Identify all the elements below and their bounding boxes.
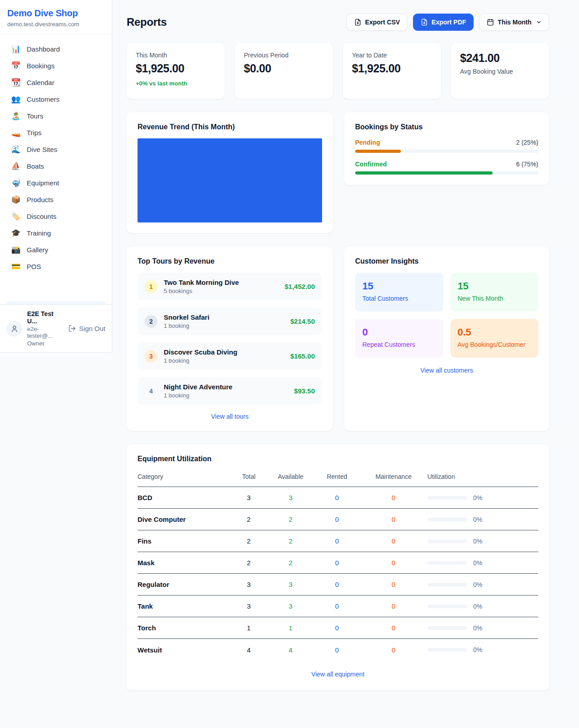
revenue-trend-card: Revenue Trend (This Month) <box>127 112 333 233</box>
equipment-category: Dive Computer <box>138 515 231 523</box>
revenue-trend-chart <box>138 138 322 222</box>
revenue-trend-title: Revenue Trend (This Month) <box>138 123 322 131</box>
sidebar: Demo Dive Shop demo.test.divestreams.com… <box>0 0 112 353</box>
insight-tile: 15 Total Customers <box>355 273 443 312</box>
sidebar-item-training[interactable]: 🎓 Training <box>5 225 106 241</box>
sidebar-item-trips[interactable]: 🚤 Trips <box>5 124 106 141</box>
equipment-utilization-cell: 0% <box>427 603 538 610</box>
status-label: Pending <box>355 139 380 146</box>
user-email: e2e-tester@... <box>27 326 64 339</box>
equipment-maintenance: 0 <box>360 646 427 654</box>
sidebar-item-label: Gallery <box>27 246 48 254</box>
sidebar-item-dashboard[interactable]: 📊 Dashboard <box>5 41 106 57</box>
utilization-percent: 0% <box>473 516 482 523</box>
tour-revenue: $93.50 <box>294 387 315 395</box>
sidebar-item-label: Dive Sites <box>27 146 57 153</box>
sidebar-item-discounts[interactable]: 🏷️ Discounts <box>5 208 106 225</box>
equipment-available: 4 <box>267 646 314 654</box>
tour-bookings-count: 1 booking <box>164 322 284 329</box>
equipment-rented: 0 <box>314 515 360 523</box>
equipment-total: 2 <box>231 515 267 523</box>
equipment-table-header: Category Total Available Rented Maintena… <box>138 469 538 487</box>
insight-tile: 0.5 Avg Bookings/Customer <box>451 319 539 358</box>
sidebar-item-label: Dashboard <box>27 45 60 53</box>
equipment-rented: 0 <box>314 537 360 545</box>
equipment-utilization-cell: 0% <box>427 516 538 523</box>
sidebar-item-bookings[interactable]: 📅 Bookings <box>5 57 106 74</box>
equipment-row: Regulator 3 3 0 0 0% <box>138 574 538 596</box>
equipment-table-body: BCD 3 3 0 0 0% Dive Computer 2 2 0 <box>138 487 538 661</box>
export-pdf-button[interactable]: Export PDF <box>413 14 474 31</box>
utilization-percent: 0% <box>473 494 482 501</box>
view-all-customers-link[interactable]: View all customers <box>355 367 538 374</box>
equipment-rented: 0 <box>314 602 360 610</box>
equipment-category: Regulator <box>138 581 231 588</box>
equipment-rented: 0 <box>314 624 360 632</box>
equipment-total: 2 <box>231 559 267 567</box>
bookings-by-status-card: Bookings by Status Pending 2 (25%) <box>344 112 549 185</box>
sidebar-nav: 📊 Dashboard 📅 Bookings 📆 Calendar 👥 Cust… <box>0 34 112 299</box>
sign-out-button[interactable]: Sign Out <box>68 325 105 332</box>
insight-value: 0.5 <box>458 326 532 338</box>
insight-value: 0 <box>362 326 436 338</box>
tour-name: Night Dive Adventure <box>164 383 288 391</box>
app-shell: Demo Dive Shop demo.test.divestreams.com… <box>0 0 579 709</box>
status-row: Pending 2 (25%) <box>355 139 538 153</box>
sidebar-item-equipment[interactable]: 🤿 Equipment <box>5 175 106 191</box>
utilization-bar-track <box>427 605 467 608</box>
equipment-available: 3 <box>267 602 314 610</box>
insight-label: New This Month <box>458 295 532 302</box>
equipment-row: Torch 1 1 0 0 0% <box>138 617 538 639</box>
sidebar-item-icon: 👥 <box>11 95 21 103</box>
sidebar-item-icon: 💳 <box>11 263 21 270</box>
utilization-percent: 0% <box>473 581 482 588</box>
sidebar-item-reports-partial[interactable] <box>5 301 106 304</box>
equipment-utilization-cell: 0% <box>427 494 538 501</box>
sidebar-item-products[interactable]: 📦 Products <box>5 191 106 208</box>
tour-info: Discover Scuba Diving 1 booking <box>164 348 284 364</box>
stat-label: Avg Booking Value <box>460 68 540 75</box>
equipment-available: 2 <box>267 537 314 545</box>
equipment-rented: 0 <box>314 559 360 567</box>
sidebar-item-customers[interactable]: 👥 Customers <box>5 91 106 108</box>
insight-label: Repeat Customers <box>362 341 436 348</box>
sidebar-item-pos[interactable]: 💳 POS <box>5 258 106 275</box>
sidebar-item-label: Equipment <box>27 179 59 187</box>
calendar-icon <box>487 19 494 26</box>
equipment-available: 3 <box>267 494 314 501</box>
equipment-utilization-title: Equipment Utilization <box>138 455 538 463</box>
sidebar-item-icon: ⛵ <box>11 162 21 170</box>
sidebar-item-icon: 📆 <box>11 79 21 86</box>
equipment-category: Wetsuit <box>138 646 231 654</box>
chevron-down-icon <box>536 19 541 25</box>
sidebar-item-boats[interactable]: ⛵ Boats <box>5 158 106 175</box>
sidebar-item-icon: 📦 <box>11 196 21 203</box>
tour-rank-badge: 2 <box>145 315 157 328</box>
utilization-percent: 0% <box>473 624 482 632</box>
export-csv-label: Export CSV <box>365 19 400 26</box>
utilization-bar-track <box>427 539 467 543</box>
equipment-utilization-cell: 0% <box>427 538 538 545</box>
utilization-bar-track <box>427 518 467 521</box>
insight-tile: 0 Repeat Customers <box>355 319 443 358</box>
utilization-bar-track <box>427 496 467 500</box>
stat-value: $241.00 <box>460 52 540 65</box>
sidebar-item-icon: 🎓 <box>11 229 21 237</box>
equipment-category: Tank <box>138 602 231 610</box>
sidebar-item-dive-sites[interactable]: 🌊 Dive Sites <box>5 141 106 158</box>
view-all-tours-link[interactable]: View all tours <box>138 413 322 420</box>
file-download-icon <box>354 19 361 26</box>
equipment-row: Mask 2 2 0 0 0% <box>138 552 538 574</box>
tour-row: 3 Discover Scuba Diving 1 booking $165.0… <box>138 342 322 370</box>
sidebar-item-icon: 🚤 <box>11 129 21 137</box>
export-csv-button[interactable]: Export CSV <box>346 14 408 31</box>
equipment-maintenance: 0 <box>360 602 427 610</box>
sidebar-item-tours[interactable]: 🏝️ Tours <box>5 108 106 124</box>
equipment-category: Fins <box>138 537 231 545</box>
sidebar-item-calendar[interactable]: 📆 Calendar <box>5 74 106 91</box>
period-dropdown[interactable]: This Month <box>479 14 549 31</box>
view-all-equipment-link[interactable]: View all equipment <box>138 671 538 678</box>
sidebar-item-gallery[interactable]: 📸 Gallery <box>5 241 106 258</box>
tour-name: Two Tank Morning Dive <box>164 279 278 286</box>
column-header-available: Available <box>267 473 314 480</box>
